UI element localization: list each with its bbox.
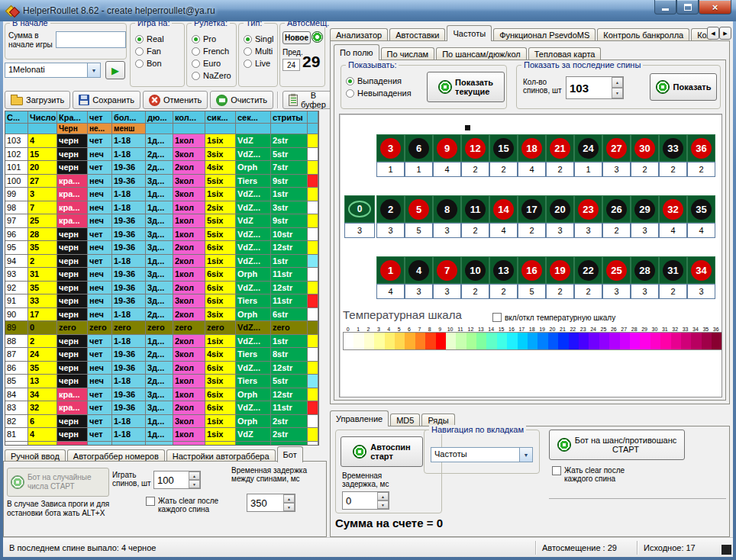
radio-euro[interactable]: Euro [192, 57, 231, 69]
start-sum-input[interactable] [56, 31, 126, 48]
spins-table[interactable]: С...ЧислоКра...четбол...дю...кол...сик..… [5, 111, 319, 446]
subtab-1[interactable]: По числам [381, 47, 435, 60]
stepper-down-icon[interactable] [283, 503, 295, 511]
number-cell-24[interactable]: 24 [574, 134, 602, 162]
number-cell-10[interactable]: 10 [461, 256, 489, 284]
radio-fan[interactable]: Fan [135, 45, 164, 57]
clear-after-spin-checkbox[interactable] [146, 497, 155, 506]
number-cell-26[interactable]: 26 [602, 195, 631, 223]
tab-right-1[interactable]: Автоставки [389, 28, 445, 41]
rb-delay-stepper[interactable]: 0 [342, 491, 389, 510]
rb-clear-after-spin-checkbox[interactable] [552, 466, 561, 475]
radio-0[interactable]: Выпадения [346, 75, 412, 87]
chevron-down-icon[interactable] [87, 63, 100, 77]
profile-combobox[interactable]: 1Melonati [5, 63, 101, 78]
minimize-button[interactable] [654, 0, 676, 14]
radio-singl[interactable]: Singl [244, 33, 273, 45]
new-offset-button[interactable]: Новое [282, 31, 311, 44]
stepper-down-icon[interactable] [612, 88, 623, 98]
stepper-up-icon[interactable] [612, 77, 623, 88]
number-cell-31[interactable]: 31 [659, 256, 687, 284]
radio-pro[interactable]: Pro [192, 33, 231, 45]
number-cell-19[interactable]: 19 [546, 256, 574, 284]
chance-bot-start-button[interactable]: Бот на шанс/противошанс СТАРТ [549, 430, 685, 460]
number-cell-15[interactable]: 15 [489, 134, 518, 162]
stepper-up-icon[interactable] [377, 492, 389, 500]
spin-delay-stepper[interactable]: 350 [247, 494, 295, 512]
number-cell-35[interactable]: 35 [687, 195, 715, 223]
autospin-start-button[interactable]: Автоспин старт [341, 436, 423, 467]
stepper-up-icon[interactable] [189, 471, 200, 480]
number-cell-14[interactable]: 14 [489, 195, 518, 223]
number-cell-34[interactable]: 34 [687, 256, 715, 284]
number-cell-13[interactable]: 13 [489, 256, 518, 284]
resize-grip[interactable] [721, 545, 731, 555]
tab-scroll-right-button[interactable]: ▶ [719, 27, 731, 40]
play-button[interactable] [105, 61, 125, 79]
number-cell-5[interactable]: 5 [405, 195, 433, 223]
toolbar-load-button[interactable]: Загрузить [5, 91, 70, 109]
random-bot-start-button[interactable]: Бот на случайные числа СТАРТ [7, 468, 109, 497]
spins-count-stepper[interactable]: 100 [153, 471, 201, 489]
number-cell-28[interactable]: 28 [631, 256, 659, 284]
tab-rb-1[interactable]: MD5 [390, 414, 420, 426]
number-cell-16[interactable]: 16 [518, 256, 546, 284]
toolbar-save-button[interactable]: Сохранить [73, 91, 140, 109]
number-cell-22[interactable]: 22 [574, 256, 602, 284]
maximize-button[interactable] [676, 0, 699, 14]
number-cell-4[interactable]: 4 [405, 256, 433, 284]
number-cell-20[interactable]: 20 [546, 195, 574, 223]
radio-nazero[interactable]: NaZero [192, 69, 231, 82]
radio-live[interactable]: Live [244, 57, 273, 69]
number-cell-29[interactable]: 29 [631, 195, 659, 223]
radio-bon[interactable]: Bon [135, 57, 164, 69]
number-cell-1[interactable]: 1 [376, 256, 405, 284]
number-cell-36[interactable]: 36 [687, 134, 715, 162]
toolbar-undo-button[interactable]: Отменить [143, 91, 208, 109]
number-cell-33[interactable]: 33 [659, 134, 687, 162]
number-cell-17[interactable]: 17 [518, 195, 546, 223]
show-button[interactable]: Показать [650, 73, 717, 101]
number-cell-32[interactable]: 32 [659, 195, 687, 223]
spins-qty-stepper[interactable]: 103 [566, 76, 624, 99]
subtab-0[interactable]: По полю [334, 44, 379, 60]
chevron-down-icon[interactable] [519, 448, 532, 462]
subtab-3[interactable]: Тепловая карта [528, 47, 602, 60]
toolbar-clear-button[interactable]: Очистить [210, 91, 273, 109]
radio-french[interactable]: French [192, 45, 231, 57]
number-cell-18[interactable]: 18 [518, 134, 546, 162]
subtab-2[interactable]: По шансам/дюж/кол [436, 47, 527, 60]
number-cell-23[interactable]: 23 [574, 195, 602, 223]
radio-multi[interactable]: Multi [244, 45, 273, 57]
stepper-down-icon[interactable] [189, 480, 200, 488]
number-cell-6[interactable]: 6 [405, 134, 433, 162]
toolbar-buffer-button[interactable]: В буфер [282, 91, 332, 109]
number-cell-7[interactable]: 7 [433, 256, 461, 284]
stepper-up-icon[interactable] [283, 494, 295, 503]
tab-right-4[interactable]: Контроль банкролла [597, 28, 689, 41]
radio-1[interactable]: Невыпадения [346, 87, 412, 99]
number-cell-9[interactable]: 9 [433, 134, 461, 162]
close-button[interactable]: × [699, 0, 731, 14]
stepper-down-icon[interactable] [377, 500, 389, 509]
number-cell-12[interactable]: 12 [461, 134, 489, 162]
number-cell-11[interactable]: 11 [461, 195, 489, 223]
tab-right-0[interactable]: Анализатор [330, 28, 388, 41]
number-cell-27[interactable]: 27 [602, 134, 631, 162]
titlebar[interactable]: HelperRoullet 8.62 - create helperroulle… [0, 0, 736, 21]
tab-navigation-combobox[interactable]: Частоты [431, 447, 533, 462]
zero-cell[interactable]: 0 3 [344, 195, 375, 238]
tab-right-3[interactable]: Функционал PsevdoMS [493, 28, 596, 41]
number-cell-21[interactable]: 21 [546, 134, 574, 162]
number-cell-30[interactable]: 30 [631, 134, 659, 162]
show-current-button[interactable]: Показать текущие [427, 72, 505, 102]
tab-scroll-left-button[interactable]: ◀ [707, 27, 719, 40]
number-cell-25[interactable]: 25 [602, 256, 631, 284]
temperature-toggle-checkbox[interactable] [492, 313, 502, 322]
tab-right-2[interactable]: Частоты [447, 25, 492, 41]
tab-left-bottom-3[interactable]: Бот [277, 446, 303, 462]
number-cell-8[interactable]: 8 [433, 195, 461, 223]
number-cell-2[interactable]: 2 [376, 195, 405, 223]
tab-rb-0[interactable]: Управление [330, 410, 389, 426]
radio-real[interactable]: Real [135, 33, 164, 45]
